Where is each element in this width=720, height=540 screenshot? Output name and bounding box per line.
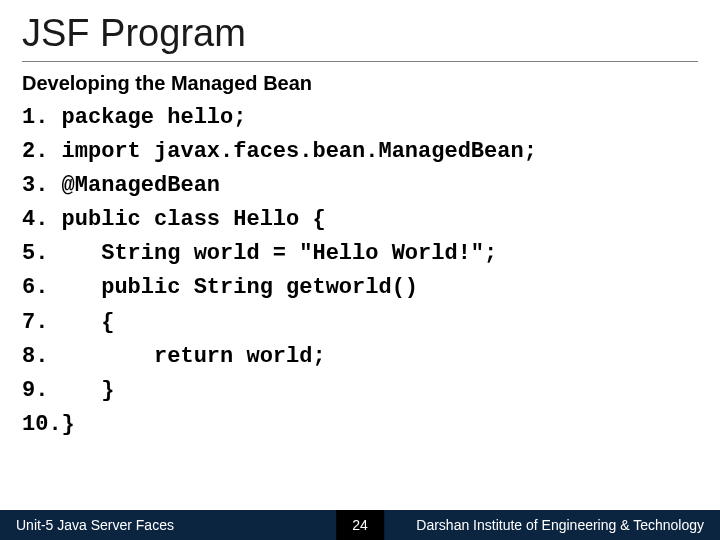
slide-footer: Unit-5 Java Server Faces 24 Darshan Inst… <box>0 510 720 540</box>
slide: JSF Program Developing the Managed Bean … <box>0 0 720 540</box>
section-subhead: Developing the Managed Bean <box>22 72 698 95</box>
slide-title: JSF Program <box>22 12 698 61</box>
footer-left: Unit-5 Java Server Faces <box>0 517 174 533</box>
footer-page-number: 24 <box>336 510 384 540</box>
footer-right: Darshan Institute of Engineering & Techn… <box>416 517 704 533</box>
code-block: 1. package hello; 2. import javax.faces.… <box>22 101 698 442</box>
title-divider <box>22 61 698 62</box>
